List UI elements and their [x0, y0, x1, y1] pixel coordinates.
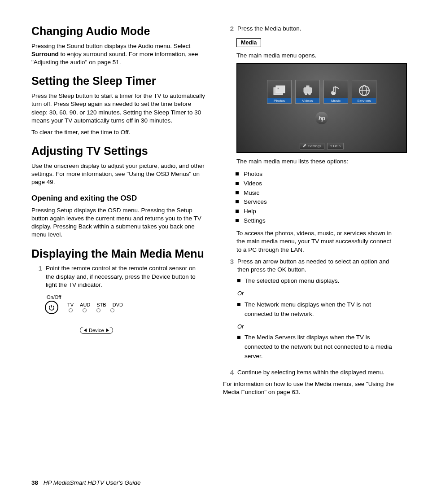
para-sleep1: Press the Sleep button to start a timer … [31, 92, 205, 125]
step-body: Press an arrow button as needed to selec… [237, 258, 397, 365]
step-number: 3 [227, 258, 234, 365]
page-number: 38 [31, 479, 38, 486]
options-list: Photos Videos Music Services Help Settin… [236, 170, 397, 226]
bb-label: Settings [308, 144, 321, 148]
step-number: 1 [36, 264, 42, 289]
dot-icon [69, 308, 73, 312]
right-column: 2 Press the Media button. Media The main… [223, 25, 397, 453]
bb-settings: Settings [300, 143, 324, 149]
tv-screenshot: Photos Videos Music Services hp [236, 63, 407, 153]
photos-icon [273, 85, 286, 96]
device-dots [69, 308, 123, 312]
dev-stb: STB [96, 302, 106, 307]
heading-media-menu: Displaying the Main Media Menu [31, 247, 205, 260]
list-item: The Network menu displays when the TV is… [237, 300, 397, 319]
tile-photos: Photos [267, 80, 292, 104]
tile-music: Music [323, 80, 348, 104]
left-column: Changing Audio Mode Pressing the Sound b… [31, 25, 205, 453]
dot-icon [96, 308, 100, 312]
page-footer: 38 HP MediaSmart HDTV User's Guide [31, 479, 140, 486]
para-audio: Pressing the Sound button displays the A… [31, 42, 205, 67]
power-button-icon [45, 301, 58, 314]
list-item: Help [236, 207, 397, 216]
list-item: Services [236, 197, 397, 207]
step-body: Continue by selecting items within the d… [237, 368, 397, 377]
para-access: To access the photos, videos, music, or … [236, 229, 397, 254]
heading-adjust-tv: Adjusting TV Settings [31, 145, 205, 158]
step-number: 2 [227, 25, 234, 33]
svg-point-9 [332, 92, 336, 95]
tile-label: Videos [296, 98, 319, 103]
globe-icon [358, 84, 371, 97]
or-text: Or [237, 323, 397, 331]
or-text: Or [237, 289, 397, 298]
para-osd: Pressing Setup displays the OSD menu. Pr… [31, 206, 205, 239]
step-1: 1 Point the remote control at the remote… [36, 264, 205, 289]
tile-label: Services [352, 98, 376, 103]
dev-dvd: DVD [113, 302, 123, 307]
svg-rect-5 [304, 88, 312, 93]
heading-audio-mode: Changing Audio Mode [31, 25, 205, 38]
dev-tv: TV [67, 302, 74, 307]
device-labels: TV AUD STB DVD [67, 302, 123, 307]
onoff-label: On/Off [47, 294, 205, 300]
power-icon [48, 304, 55, 311]
step-body: Point the remote control at the remote c… [46, 264, 205, 289]
heading-sleep-timer: Setting the Sleep Timer [31, 75, 205, 88]
list-item: Photos [236, 170, 397, 179]
tile-services: Services [352, 80, 376, 104]
media-button-graphic: Media [236, 38, 261, 47]
list-item: Videos [236, 179, 397, 188]
bb-help: ? Help [327, 143, 344, 149]
tile-label: Photos [267, 98, 291, 103]
bold-surround: Surround [31, 51, 59, 57]
tv-bottom-bar: Settings ? Help [300, 143, 344, 149]
svg-point-4 [277, 88, 279, 89]
para-sleep2: To clear the timer, set the time to Off. [31, 128, 205, 136]
step-2: 2 Press the Media button. [227, 25, 397, 33]
svg-point-7 [308, 92, 311, 95]
list-item: Settings [236, 216, 397, 226]
step-number: 4 [227, 368, 234, 377]
para-lists-options: The main media menu lists these options: [236, 158, 397, 166]
media-tiles: Photos Videos Music Services [267, 80, 376, 104]
step-body: Press the Media button. [237, 25, 397, 33]
subheading-osd: Opening and exiting the OSD [31, 194, 205, 203]
text: Press an arrow button as needed to selec… [237, 258, 389, 273]
svg-rect-3 [276, 86, 285, 93]
tile-label: Music [324, 98, 348, 103]
svg-rect-8 [306, 86, 309, 88]
remote-diagram: On/Off TV AUD STB DVD [45, 294, 205, 334]
svg-point-6 [305, 92, 307, 95]
list-item: The selected option menu displays. [237, 276, 397, 286]
music-icon [331, 84, 341, 97]
para-menu-opens: The main media menu opens. [236, 52, 397, 60]
device-button-label: Device [89, 328, 104, 333]
footer-title: HP MediaSmart HDTV User's Guide [44, 479, 141, 486]
dev-aud: AUD [80, 302, 90, 307]
list-item: Music [236, 188, 397, 198]
para-adjust: Use the onscreen display to adjust your … [31, 162, 205, 187]
tile-videos: Videos [295, 80, 320, 104]
step-3: 3 Press an arrow button as needed to sel… [227, 258, 397, 365]
dot-icon [110, 308, 114, 312]
text: Pressing the Sound button displays the A… [31, 43, 190, 49]
triangle-left-icon [84, 329, 87, 332]
hp-logo-icon: hp [315, 112, 328, 124]
wrench-icon [303, 144, 307, 148]
dot-icon [83, 308, 87, 312]
list-item: The Media Servers list displays when the… [237, 333, 397, 361]
device-button-icon: Device [80, 327, 113, 334]
triangle-right-icon [106, 329, 109, 332]
videos-icon [302, 85, 314, 96]
para-info: For information on how to use the Media … [223, 380, 397, 396]
step-4: 4 Continue by selecting items within the… [227, 368, 397, 377]
